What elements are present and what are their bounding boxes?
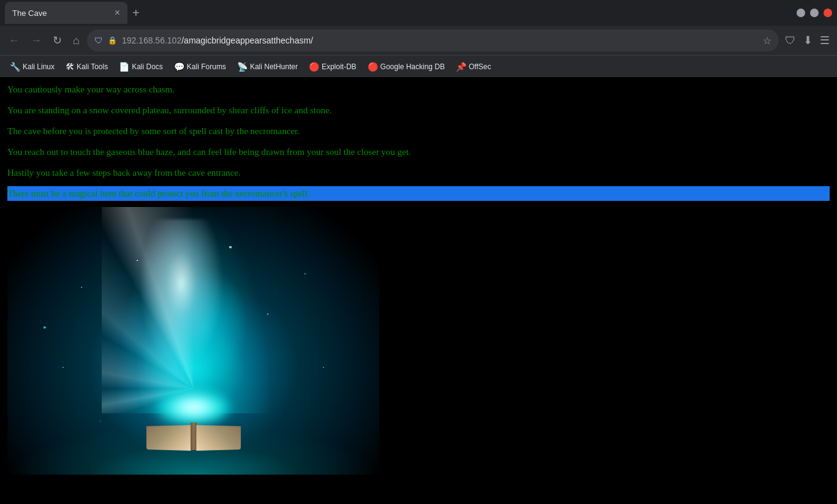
paragraph-2: You are standing on a snow covered plate…	[7, 103, 830, 118]
book-glow	[157, 389, 230, 426]
browser-tab[interactable]: The Cave ×	[5, 2, 127, 24]
window-controls	[797, 9, 832, 17]
paragraph-5: Hastily you take a few steps back away f…	[7, 165, 830, 180]
bookmark-offsec[interactable]: 📌 OffSec	[451, 59, 496, 74]
bookmark-star-icon[interactable]: ☆	[763, 35, 771, 47]
kali-tools-icon: 🛠	[66, 62, 74, 72]
bookmark-kali-forums[interactable]: 💬 Kali Forums	[169, 59, 231, 74]
menu-button[interactable]: ☰	[817, 31, 832, 50]
exploit-db-icon: 🔴	[309, 62, 319, 72]
home-button[interactable]: ⌂	[69, 32, 83, 50]
bookmark-exploit-db-label: Exploit-DB	[322, 62, 357, 71]
tab-area: The Cave × +	[5, 2, 797, 24]
paragraph-3: The cave before you is protected by some…	[7, 124, 830, 138]
tab-close-button[interactable]: ×	[115, 7, 120, 18]
bookmark-kali-tools[interactable]: 🛠 Kali Tools	[61, 59, 113, 74]
security-shield-icon: 🛡	[94, 36, 103, 45]
minimize-button[interactable]	[797, 9, 805, 17]
bookmark-kali-nethunter-label: Kali NetHunter	[250, 62, 298, 71]
book-page-left	[146, 425, 191, 451]
bookmark-exploit-db[interactable]: 🔴 Exploit-DB	[304, 59, 362, 74]
lock-icon: 🔒	[108, 36, 117, 45]
paragraph-4: You reach out to touch the gaseous blue …	[7, 145, 830, 159]
bookmarks-bar: 🔧 Kali Linux 🛠 Kali Tools 📄 Kali Docs 💬 …	[0, 55, 837, 77]
bookmark-kali-linux[interactable]: 🔧 Kali Linux	[5, 59, 59, 74]
paragraph-1: You cautiously make your way across chas…	[7, 82, 830, 97]
bookmark-google-hacking-db[interactable]: 🔴 Google Hacking DB	[363, 59, 450, 74]
book-spine	[191, 423, 197, 450]
url-path: /amagicbridgeappearsatthechasm/	[181, 36, 313, 45]
bookmark-kali-tools-label: Kali Tools	[77, 62, 108, 71]
book-shape	[145, 423, 243, 450]
bookmark-kali-linux-label: Kali Linux	[23, 62, 55, 71]
back-button[interactable]: ←	[5, 32, 23, 50]
download-button[interactable]: ⬇	[801, 31, 815, 50]
url-base: 192.168.56.102	[122, 36, 181, 45]
refresh-button[interactable]: ↻	[49, 31, 66, 50]
new-tab-button[interactable]: +	[127, 4, 145, 23]
maximize-button[interactable]	[810, 9, 819, 17]
magic-book-image	[7, 207, 379, 475]
title-bar: The Cave × +	[0, 0, 837, 26]
tab-title: The Cave	[12, 9, 47, 18]
bookmark-google-hacking-db-label: Google Hacking DB	[381, 62, 445, 71]
pocket-button[interactable]: 🛡	[782, 32, 798, 50]
kali-nethunter-icon: 📡	[237, 62, 248, 72]
paragraph-6-highlighted: There must be a magical item that could …	[7, 186, 830, 201]
bookmark-kali-docs[interactable]: 📄 Kali Docs	[114, 59, 168, 74]
light-rays	[102, 207, 286, 413]
url-display: 192.168.56.102/amagicbridgeappearsatthec…	[122, 36, 758, 45]
kali-docs-icon: 📄	[119, 62, 129, 72]
bookmark-kali-nethunter[interactable]: 📡 Kali NetHunter	[232, 59, 303, 74]
offsec-icon: 📌	[456, 62, 466, 72]
nav-actions: 🛡 ⬇ ☰	[782, 31, 832, 50]
kali-forums-icon: 💬	[174, 62, 184, 72]
magic-book-background	[7, 207, 379, 475]
forward-button[interactable]: →	[27, 32, 45, 50]
book-page-right	[196, 425, 241, 451]
bookmark-kali-docs-label: Kali Docs	[132, 62, 163, 71]
navigation-bar: ← → ↻ ⌂ 🛡 🔒 192.168.56.102/amagicbridgea…	[0, 26, 837, 55]
bookmark-offsec-label: OffSec	[469, 62, 491, 71]
close-button[interactable]	[824, 9, 832, 17]
google-hacking-db-icon: 🔴	[368, 62, 378, 72]
address-bar[interactable]: 🛡 🔒 192.168.56.102/amagicbridgeappearsat…	[87, 29, 779, 51]
bookmark-kali-forums-label: Kali Forums	[187, 62, 226, 71]
kali-linux-icon: 🔧	[10, 62, 20, 72]
page-content: You cautiously make your way across chas…	[0, 77, 837, 504]
